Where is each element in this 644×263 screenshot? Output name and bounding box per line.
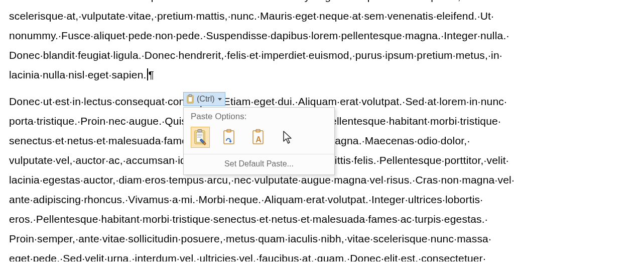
- clipboard-brush-icon: [193, 129, 208, 146]
- text-line: et·erat.·Aenean·nec·lorem.·In·porttitor.…: [9, 0, 464, 6]
- clipboard-arrow-icon: [222, 129, 237, 146]
- paragraph-gap: [9, 84, 635, 92]
- paste-options-row: A: [184, 125, 334, 154]
- text-line: ante·adipiscing·rhoncus.·Vivamus·a·mi.·M…: [9, 194, 483, 205]
- chevron-down-icon: [218, 98, 222, 101]
- svg-rect-2: [189, 95, 192, 97]
- text-line: eget·pede.·Sed·velit·urna,·interdum·vel,…: [9, 252, 486, 261]
- text-line: scelerisque·at,·vulputate·vitae,·pretium…: [9, 10, 494, 22]
- text-line: Donec·blandit·feugiat·ligula.·Donec·hend…: [9, 49, 502, 61]
- text-line: nonummy.·Fusce·aliquet·pede·non·pede.·Su…: [9, 30, 509, 41]
- paste-options-chip-label: (Ctrl): [197, 95, 215, 104]
- svg-rect-11: [224, 131, 234, 144]
- cursor-pointer-icon: [278, 127, 297, 148]
- set-default-paste-menu-item[interactable]: Set Default Paste...: [184, 154, 334, 174]
- text-line: lacinia·nulla·nisl·eget·sapien.: [9, 69, 147, 80]
- paste-merge-formatting-button[interactable]: [220, 127, 239, 148]
- clipboard-letter-a-icon: A: [251, 129, 266, 146]
- svg-rect-5: [198, 130, 202, 132]
- clipped-line-top: et·erat.·Aenean·nec·lorem.·In·porttitor.…: [9, 0, 635, 6]
- svg-text:A: A: [255, 135, 262, 144]
- paste-keep-source-formatting-button[interactable]: [191, 127, 210, 148]
- text-cursor: [147, 68, 148, 80]
- paste-options-header: Paste Options:: [184, 108, 334, 125]
- paste-options-panel: Paste Options:: [183, 107, 335, 175]
- text-line: Donec·ut·est·in·lectus·consequat·consequ…: [9, 96, 507, 107]
- svg-rect-1: [188, 97, 192, 102]
- paste-options-chip[interactable]: (Ctrl): [183, 92, 225, 106]
- pilcrow-mark: ¶: [149, 69, 154, 80]
- text-line: eros.·Pellentesque·habitant·morbi·tristi…: [9, 213, 488, 225]
- text-line: lacinia·egestas·auctor,·diam·eros·tempus…: [9, 174, 514, 186]
- clipped-line-bottom: eget·pede.·Sed·velit·urna,·interdum·vel,…: [9, 248, 635, 261]
- text-line: Proin·semper,·ante·vitae·sollicitudin·po…: [9, 233, 491, 244]
- clipboard-icon: [186, 94, 195, 104]
- paste-keep-text-only-button[interactable]: A: [249, 127, 268, 148]
- paragraph-1: scelerisque·at,·vulputate·vitae,·pretium…: [9, 6, 635, 84]
